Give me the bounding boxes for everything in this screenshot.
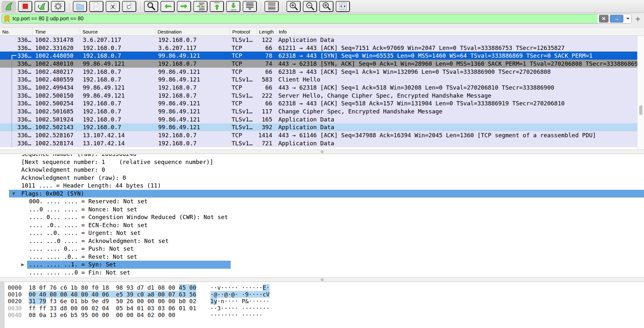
conversation-bracket <box>12 68 12 76</box>
column-header-destination[interactable]: Destination <box>155 28 230 35</box>
close-file-button[interactable] <box>106 1 120 12</box>
display-filter-box[interactable]: ✕ → <box>2 14 632 24</box>
conversation-bracket <box>12 115 12 123</box>
cell-time: 1002.501685 <box>33 107 80 115</box>
packet-row[interactable]: 336…1002.52817413.107.42.14192.168.0.7TL… <box>0 139 644 147</box>
column-header-length[interactable]: Length <box>257 28 276 35</box>
packet-row[interactable]: 336…1002.50015099.86.49.121192.168.0.7TL… <box>0 92 644 100</box>
cell-len: 165 <box>257 115 276 123</box>
auto-scroll-button[interactable] <box>243 1 257 12</box>
hex-row[interactable]: 0000 18 0f 76 c6 1b 80 f0 18 98 93 d7 d1… <box>8 284 644 291</box>
detail-row[interactable]: Acknowledgment number: 0 <box>0 166 644 174</box>
detail-row[interactable]: Sequence number (raw): 2665566246 <box>0 154 644 158</box>
cell-no: 336… <box>0 75 33 83</box>
column-header-protocol[interactable]: Protocol <box>230 28 257 35</box>
hex-row[interactable]: 0030 ff ff 33 d8 00 00 02 04 05 b4 01 03… <box>8 305 644 312</box>
expand-open-icon[interactable]: ▼ <box>12 190 15 198</box>
cell-time: 1002.448050 <box>33 52 80 60</box>
last-packet-button[interactable] <box>226 1 240 12</box>
stop-capture-button[interactable] <box>18 1 32 12</box>
packet-row[interactable]: 336…1002.501924192.168.0.799.86.49.121TL… <box>0 115 644 123</box>
conversation-bracket <box>12 131 12 139</box>
add-filter-button[interactable]: + <box>634 15 642 23</box>
cell-len: 117 <box>257 107 276 115</box>
zoom-reset-button[interactable] <box>319 1 333 12</box>
find-packet-button[interactable] <box>144 1 158 12</box>
previous-packet-button[interactable] <box>160 1 175 12</box>
column-header-source[interactable]: Source <box>80 28 155 35</box>
restart-capture-button[interactable] <box>34 1 49 12</box>
auto-scroll-icon <box>245 2 255 11</box>
save-file-button[interactable] <box>89 1 103 12</box>
detail-row[interactable]: .... .... ...0 = Fin: Not set <box>0 269 644 277</box>
cell-time: 1002.331478 <box>33 36 80 44</box>
detail-text: Sequence number (raw): 2665566246 <box>21 154 137 157</box>
resize-columns-button[interactable] <box>336 1 350 12</box>
pane-splitter-bottom[interactable] <box>0 277 644 282</box>
conversation-bracket <box>12 55 16 60</box>
main-toolbar <box>0 0 644 13</box>
detail-row[interactable]: 1011 .... = Header Length: 44 bytes (11) <box>0 182 644 190</box>
filter-apply-button[interactable]: → <box>610 15 623 23</box>
cell-src: 192.168.0.7 <box>80 115 155 123</box>
cell-info: Change Cipher Spec, Encrypted Handshake … <box>276 107 644 115</box>
packet-row[interactable]: 336…1002.502143192.168.0.799.86.49.121TL… <box>0 123 644 131</box>
first-packet-button[interactable] <box>210 1 224 12</box>
packet-row[interactable]: 336…1002.480559192.168.0.799.86.49.121TL… <box>0 75 644 83</box>
filter-dropdown-icon[interactable] <box>626 18 630 20</box>
detail-row[interactable]: ...0 .... .... = Nonce: Not set <box>0 206 644 214</box>
filter-bookmark-icon[interactable] <box>4 15 10 23</box>
detail-row[interactable]: [Next sequence number: 1 (relative seque… <box>0 158 644 166</box>
detail-row[interactable]: ▶.... .... ..1. = Syn: Set <box>0 261 644 269</box>
expand-closed-icon[interactable]: ▶ <box>21 261 24 269</box>
detail-text: .... .0.. .... = ECN-Echo: Not set <box>29 222 148 228</box>
zoom-in-button[interactable] <box>286 1 301 12</box>
detail-row[interactable]: .... .0.. .... = ECN-Echo: Not set <box>0 221 644 229</box>
go-to-packet-button[interactable] <box>193 1 207 12</box>
detail-text: .... ...0 .... = Acknowledgment: Not set <box>29 237 168 244</box>
packet-list-scrollbar[interactable] <box>637 36 644 150</box>
detail-row[interactable]: .... ..0. .... = Urgent: Not set <box>0 229 644 237</box>
column-header-info[interactable]: Info <box>276 28 644 35</box>
packet-row[interactable]: 336…1002.49943499.86.49.121192.168.0.7TC… <box>0 83 644 92</box>
detail-row[interactable]: .... ...0 .... = Acknowledgment: Not set <box>0 237 644 245</box>
packet-row[interactable]: 336…1002.501685192.168.0.799.86.49.121TL… <box>0 107 644 115</box>
filter-clear-button[interactable]: ✕ <box>599 15 609 23</box>
detail-row[interactable]: Acknowledgment number (raw): 0 <box>0 174 644 182</box>
cell-len: 74 <box>257 60 276 68</box>
packet-row[interactable]: 336…1002.3314783.6.207.117192.168.0.7TLS… <box>0 36 644 44</box>
packet-row[interactable]: 336…1002.48011099.86.49.121192.168.0.7TC… <box>0 60 644 68</box>
scrollbar-thumb[interactable] <box>639 105 642 115</box>
packet-row[interactable]: 336…1002.480217192.168.0.799.86.49.121TC… <box>0 68 644 76</box>
display-filter-input[interactable] <box>13 16 598 22</box>
packet-row[interactable]: 336…1002.52816713.107.42.14192.168.0.7TC… <box>0 131 644 139</box>
column-header-no[interactable]: No. <box>0 28 33 35</box>
hex-row[interactable]: 0010 00 40 00 00 40 00 40 06 e5 39 c0 a8… <box>8 291 644 298</box>
open-file-button[interactable] <box>73 1 87 12</box>
cell-info: Client Hello <box>276 75 644 83</box>
detail-row[interactable]: ▼Flags: 0x002 (SYN) <box>9 190 644 198</box>
pane-splitter-top[interactable] <box>0 150 644 154</box>
detail-row[interactable]: 000. .... .... = Reserved: Not set <box>0 198 644 206</box>
start-capture-button[interactable] <box>2 1 16 12</box>
packet-row[interactable]: 336…1002.500254192.168.0.799.86.49.121TC… <box>0 100 644 108</box>
packet-row[interactable]: 336…1002.331620192.168.0.73.6.207.117TCP… <box>0 44 644 52</box>
cell-info: Application Data <box>276 115 644 123</box>
detail-row[interactable]: .... .... .0.. = Reset: Not set <box>0 253 644 261</box>
packet-row[interactable]: 336…1002.448050192.168.0.799.86.49.121TC… <box>0 52 644 60</box>
capture-options-button[interactable] <box>51 1 65 12</box>
detail-row[interactable]: .... 0... .... = Congestion Window Reduc… <box>0 213 644 221</box>
reload-file-button[interactable] <box>122 1 136 12</box>
column-header-time[interactable]: Time <box>33 28 80 35</box>
splitter-handle-icon <box>321 150 323 153</box>
start-capture-icon <box>4 2 14 11</box>
hex-row[interactable]: 0040 08 0a 13 e6 b5 95 00 00 00 00 04 02… <box>8 312 644 318</box>
detail-row[interactable]: .... .... 0... = Push: Not set <box>0 245 644 253</box>
colorize-button[interactable] <box>264 1 279 12</box>
zoom-out-button[interactable] <box>303 1 317 12</box>
hex-row[interactable]: 0020 31 79 f3 6e 01 bb 9e d9 50 26 00 00… <box>8 298 644 304</box>
cell-proto: TLSv1… <box>230 139 257 147</box>
next-packet-button[interactable] <box>177 1 191 12</box>
cell-proto: TLSv1… <box>230 115 257 123</box>
cell-dst: 192.168.0.7 <box>155 139 230 147</box>
